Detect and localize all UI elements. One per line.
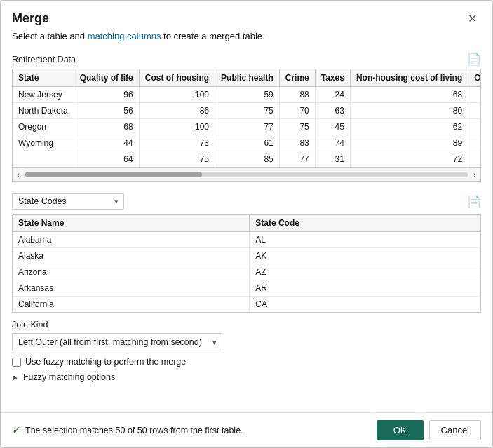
first-table-doc-icon[interactable]: 📄 — [467, 53, 481, 66]
first-table-container: State Quality of life Cost of housing Pu… — [12, 69, 481, 182]
footer-status: ✓ The selection matches 50 of 50 rows fr… — [12, 423, 243, 437]
col-quality[interactable]: Quality of life — [74, 69, 139, 87]
table-row: Wyoming 44 73 61 83 74 89 — [13, 135, 481, 151]
merge-dialog: Merge ✕ Select a table and matching colu… — [0, 0, 493, 448]
dialog-footer: ✓ The selection matches 50 of 50 rows fr… — [1, 412, 492, 447]
cell-state[interactable] — [13, 151, 74, 168]
cell-state-name[interactable]: Alabama — [13, 232, 250, 248]
second-table-select[interactable]: State Codes — [12, 193, 124, 210]
cell-state-code: AR — [250, 280, 480, 297]
second-table-doc-icon[interactable]: 📄 — [467, 195, 481, 208]
fuzzy-options-label: Fuzzy matching options — [23, 372, 115, 382]
col-ov[interactable]: Ov — [468, 69, 481, 87]
table-row: Alabama AL — [13, 232, 480, 248]
cancel-button[interactable]: Cancel — [429, 420, 481, 440]
fuzzy-matching-row: Use fuzzy matching to perform the merge — [1, 351, 492, 369]
cell-state[interactable]: New Jersey — [13, 87, 74, 103]
cell-state-code: CA — [250, 297, 480, 313]
footer-buttons: OK Cancel — [377, 420, 481, 440]
first-table-label: Retirement Data 📄 — [1, 50, 492, 69]
table-row: Oregon 68 100 77 75 45 62 — [13, 119, 481, 135]
second-table-dropdown-row: State Codes 📄 — [1, 189, 492, 214]
cell-state[interactable]: Wyoming — [13, 135, 74, 151]
dialog-header: Merge ✕ — [1, 1, 492, 31]
col-state[interactable]: State — [13, 69, 74, 87]
section-divider-1 — [1, 182, 492, 189]
col-taxes[interactable]: Taxes — [315, 69, 350, 87]
expand-icon: ► — [12, 374, 19, 381]
cell-state-code: AK — [250, 248, 480, 264]
col-crime[interactable]: Crime — [279, 69, 315, 87]
cell-state-code: AZ — [250, 264, 480, 280]
cell-state[interactable]: Oregon — [13, 119, 74, 135]
table-row: 64 75 85 77 31 72 — [13, 151, 481, 168]
col-state-name[interactable]: State Name — [13, 215, 250, 232]
table-row: New Jersey 96 100 59 88 24 68 — [13, 87, 481, 103]
second-table-header-row: State Name State Code — [13, 215, 480, 232]
col-housing[interactable]: Cost of housing — [139, 69, 215, 87]
cell-state[interactable]: North Dakota — [13, 103, 74, 119]
second-table: State Name State Code Alabama AL Alaska … — [13, 215, 480, 312]
join-kind-section: Join Kind Left Outer (all from first, ma… — [1, 313, 492, 351]
close-button[interactable]: ✕ — [464, 11, 481, 27]
ok-button[interactable]: OK — [377, 420, 424, 440]
col-nonhousing[interactable]: Non-housing cost of living — [350, 69, 468, 87]
dialog-subtitle: Select a table and matching columns to c… — [1, 31, 492, 50]
first-table-scrollbar[interactable]: ‹ › — [13, 167, 480, 181]
join-kind-select[interactable]: Left Outer (all from first, matching fro… — [12, 333, 222, 351]
cell-state-name[interactable]: Arizona — [13, 264, 250, 280]
second-table-dropdown-wrapper: State Codes — [12, 193, 124, 210]
first-table: State Quality of life Cost of housing Pu… — [13, 69, 481, 167]
fuzzy-matching-label[interactable]: Use fuzzy matching to perform the merge — [25, 357, 186, 367]
fuzzy-matching-checkbox[interactable] — [12, 358, 21, 367]
scroll-right-arrow[interactable]: › — [471, 170, 479, 179]
check-icon: ✓ — [12, 423, 21, 437]
table-row: Arkansas AR — [13, 280, 480, 297]
cell-state-code: AL — [250, 232, 480, 248]
table-row: Alaska AK — [13, 248, 480, 264]
scroll-thumb — [25, 172, 203, 177]
cell-state-name[interactable]: Alaska — [13, 248, 250, 264]
col-state-code[interactable]: State Code — [250, 215, 480, 232]
matching-columns-link[interactable]: matching columns — [88, 31, 161, 41]
table-row: California CA — [13, 297, 480, 313]
scroll-left-arrow[interactable]: ‹ — [14, 170, 22, 179]
join-kind-label: Join Kind — [12, 320, 481, 330]
dialog-title: Merge — [12, 11, 49, 26]
fuzzy-options-row[interactable]: ► Fuzzy matching options — [1, 369, 492, 388]
table-row: Arizona AZ — [13, 264, 480, 280]
col-public[interactable]: Public health — [215, 69, 280, 87]
second-table-container: State Name State Code Alabama AL Alaska … — [12, 214, 481, 313]
table-row: North Dakota 56 86 75 70 63 80 — [13, 103, 481, 119]
cell-state-name[interactable]: Arkansas — [13, 280, 250, 297]
scroll-track[interactable] — [25, 172, 468, 177]
join-kind-dropdown-wrapper: Left Outer (all from first, matching fro… — [12, 333, 222, 351]
cell-state-name[interactable]: California — [13, 297, 250, 313]
first-table-header-row: State Quality of life Cost of housing Pu… — [13, 69, 481, 87]
status-text: The selection matches 50 of 50 rows from… — [25, 426, 243, 435]
